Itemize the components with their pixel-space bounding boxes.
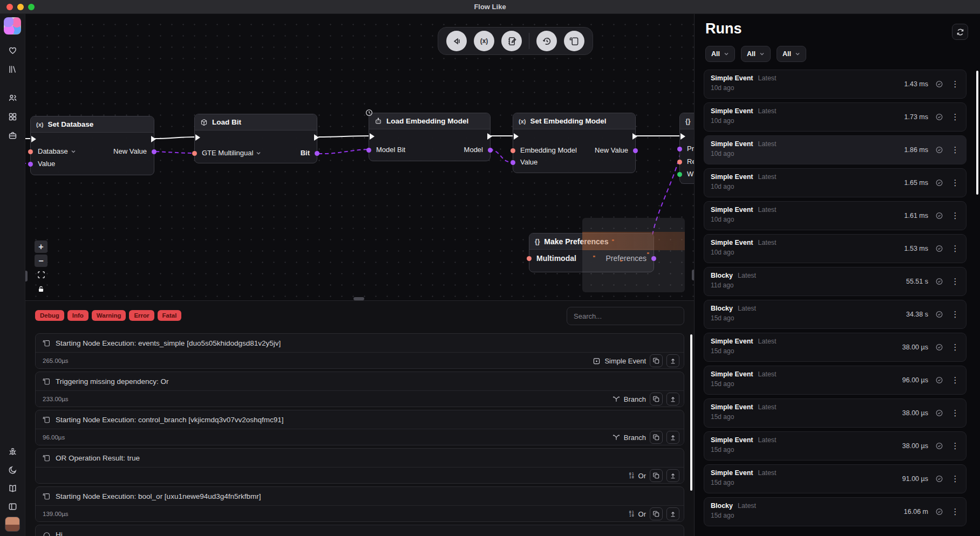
filter-info[interactable]: Info [67,310,89,321]
goto-node-button[interactable] [666,431,679,444]
exec-in-port[interactable] [680,133,689,140]
goto-node-button[interactable] [666,507,679,520]
logs-scroll-icon[interactable] [564,31,584,51]
run-menu-dots[interactable]: ⋮ [950,112,961,122]
port-value[interactable] [511,160,515,165]
node-braces-partial[interactable]: {} Pr Re W [679,113,694,184]
port-new-value[interactable] [633,148,638,153]
run-list-item[interactable]: Simple Event Latest 15d ago 38.00 µs ⋮ [704,398,967,428]
port-database-select[interactable]: Database [38,147,76,156]
goto-node-button[interactable] [666,393,679,406]
copy-button[interactable] [650,507,663,520]
run-menu-dots[interactable]: ⋮ [950,211,961,221]
zoom-out-button[interactable]: − [35,255,47,267]
node-load-embedding-model[interactable]: Load Embedding Model Model Bit Model [369,113,491,161]
flow-canvas[interactable]: (x) (x)Set Database Database Value New V… [25,14,694,536]
exec-out-port[interactable] [314,134,322,141]
exec-out-port[interactable] [487,133,495,140]
copy-button[interactable] [650,354,663,367]
store-briefcase-icon[interactable] [4,127,21,143]
run-list-item[interactable]: Simple Event Latest 10d ago 1.53 ms ⋮ [704,234,967,263]
zoom-in-button[interactable]: + [35,240,47,253]
port-bit-select[interactable] [192,151,197,156]
exec-in-port[interactable] [514,133,522,140]
run-list-item[interactable]: Blocky Latest 15d ago 16.06 m ⋮ [704,497,967,526]
run-list-item[interactable]: Simple Event Latest 15d ago 38.00 µs ⋮ [704,431,967,461]
run-menu-dots[interactable]: ⋮ [950,474,961,484]
run-menu-dots[interactable]: ⋮ [950,277,961,286]
node-set-embedding-model[interactable]: (x)Set Embedding Model Embedding Model V… [513,113,636,173]
port-database[interactable] [28,149,33,154]
lock-button[interactable] [35,283,47,295]
port-bit-select-dropdown[interactable]: GTE Multilingual [202,148,261,158]
filter-debug[interactable]: Debug [35,310,64,321]
log-row[interactable]: Starting Node Execution: events_simple [… [35,333,684,369]
app-logo[interactable] [4,17,21,35]
port-model-out[interactable] [488,148,493,153]
filter-fatal[interactable]: Fatal [158,310,182,321]
run-menu-dots[interactable]: ⋮ [950,507,961,517]
run-menu-dots[interactable]: ⋮ [950,342,961,352]
user-avatar[interactable] [5,517,20,532]
run-list-item[interactable]: Simple Event Latest 15d ago 96.00 µs ⋮ [704,366,967,395]
log-search-input[interactable] [567,307,684,325]
port-bit-out[interactable] [315,151,319,156]
copy-button[interactable] [650,469,663,482]
refresh-button[interactable] [952,24,968,40]
port-w[interactable] [677,172,682,177]
run-list-item[interactable]: Blocky Latest 11d ago 55.51 s ⋮ [704,267,967,296]
close-window-button[interactable] [6,4,13,10]
run-menu-dots[interactable]: ⋮ [950,408,961,418]
copy-button[interactable] [650,431,663,444]
runs-filter-1[interactable]: All [705,46,735,62]
goto-node-button[interactable] [666,469,679,482]
node-set-database[interactable]: (x)Set Database Database Value New Value [30,116,154,175]
exec-in-port[interactable] [31,136,39,142]
left-panel-resize-grip[interactable] [25,271,28,281]
filter-warning[interactable]: Warning [92,310,126,321]
focus-icon[interactable] [446,31,467,51]
run-menu-dots[interactable]: ⋮ [950,79,961,89]
run-menu-dots[interactable]: ⋮ [950,178,961,188]
run-list-item[interactable]: Blocky Latest 15d ago 34.38 s ⋮ [704,300,967,329]
run-list-item[interactable]: Simple Event Latest 10d ago 1.43 ms ⋮ [704,70,967,99]
exec-in-port[interactable] [195,134,203,141]
fit-view-button[interactable] [35,269,47,281]
run-list-item[interactable]: Simple Event Latest 10d ago 1.73 ms ⋮ [704,102,967,132]
exec-in-port[interactable] [370,133,378,140]
port-multimodal[interactable] [527,256,532,261]
run-menu-dots[interactable]: ⋮ [950,145,961,155]
bug-icon[interactable] [4,443,21,459]
log-row[interactable]: OR Operation Result: true 0110Or [35,448,684,484]
port-new-value[interactable] [152,149,156,154]
copy-button[interactable] [650,393,663,406]
port-embedding-model[interactable] [511,148,515,153]
run-menu-dots[interactable]: ⋮ [950,375,961,385]
dark-mode-moon-icon[interactable] [4,462,21,478]
run-list-item[interactable]: Simple Event Latest 10d ago 1.86 ms ⋮ [704,135,967,164]
port-re[interactable] [677,160,682,164]
run-menu-dots[interactable]: ⋮ [950,310,961,319]
run-menu-dots[interactable]: ⋮ [950,441,961,451]
blocks-grid-icon[interactable] [4,108,21,125]
variables-icon[interactable]: (x) [474,31,494,51]
node-load-bit[interactable]: Load Bit GTE Multilingual Bit [194,114,317,163]
log-row[interactable]: Triggering missing dependency: Or 233.00… [35,372,684,407]
docs-book-icon[interactable] [4,480,21,496]
notes-icon[interactable] [501,31,522,51]
library-icon[interactable] [4,61,21,77]
port-pr[interactable] [677,147,682,152]
teams-users-icon[interactable] [4,90,21,106]
log-scrollbar[interactable] [690,334,692,491]
filter-error[interactable]: Error [129,310,154,321]
log-row[interactable]: Starting Node Execution: bool_or [uxu1ne… [35,486,684,522]
goto-node-button[interactable] [666,354,679,367]
run-menu-dots[interactable]: ⋮ [950,244,961,253]
history-icon[interactable] [536,31,557,51]
port-model-bit[interactable] [366,148,371,153]
run-list-item[interactable]: Simple Event Latest 15d ago 91.00 µs ⋮ [704,464,967,493]
log-panel-resize-grip[interactable] [353,297,364,300]
port-value[interactable] [28,162,33,167]
panel-toggle-icon[interactable] [4,498,21,514]
exec-out-port[interactable] [632,133,641,140]
